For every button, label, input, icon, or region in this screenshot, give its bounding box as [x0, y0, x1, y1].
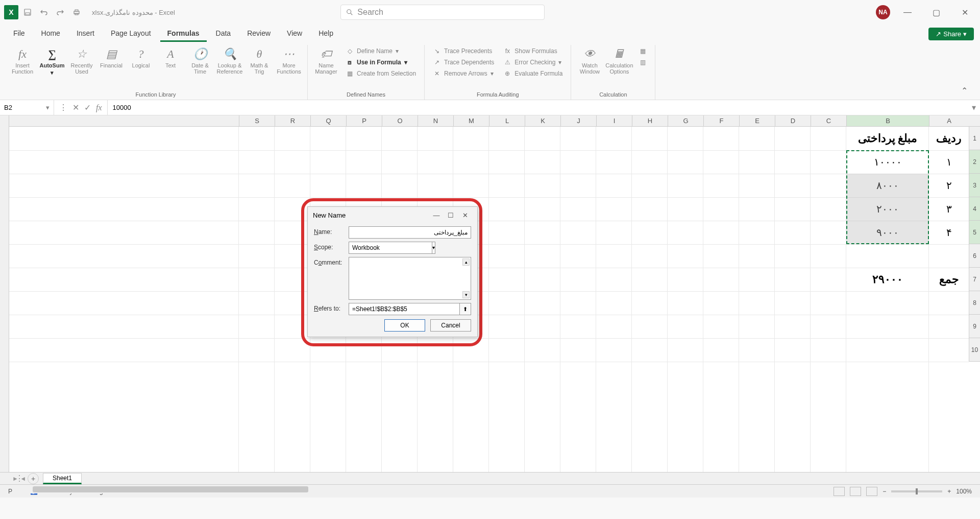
minimize-icon[interactable]: —	[896, 4, 919, 20]
zoom-slider[interactable]	[891, 490, 942, 492]
tab-review[interactable]: Review	[240, 26, 278, 42]
lookup-reference-button[interactable]: 🔍Lookup & Reference	[215, 45, 244, 77]
redo-icon[interactable]	[53, 5, 67, 19]
col-header-B[interactable]: B	[846, 115, 929, 126]
ribbon-collapse-icon[interactable]: ⌃	[953, 82, 976, 100]
page-layout-view-icon[interactable]	[850, 487, 861, 496]
more-functions-button[interactable]: ⋯More Functions	[275, 45, 303, 77]
row-header-4[interactable]: 4	[969, 197, 980, 221]
cell-A3[interactable]: ۲	[929, 174, 969, 197]
cancel-button[interactable]: Cancel	[430, 319, 471, 332]
user-avatar[interactable]: NA	[876, 5, 890, 19]
maximize-icon[interactable]: ▢	[925, 4, 947, 20]
row-header-7[interactable]: 7	[969, 268, 980, 291]
trace-dependents-button[interactable]: ↗Trace Dependents	[431, 57, 496, 67]
formula-expand-icon[interactable]: ▾	[968, 103, 980, 112]
col-header-Q[interactable]: Q	[310, 115, 346, 126]
col-header-I[interactable]: I	[596, 115, 632, 126]
calculation-options-button[interactable]: 🖩Calculation Options	[605, 45, 633, 77]
enter-formula-icon[interactable]: ✓	[82, 103, 93, 112]
error-checking-button[interactable]: ⚠Error Checking ▾	[501, 57, 565, 67]
row-header-10[interactable]: 10	[969, 338, 980, 362]
row-header-8[interactable]: 8	[969, 291, 980, 315]
col-header-A[interactable]: A	[929, 115, 969, 126]
col-header-R[interactable]: R	[275, 115, 310, 126]
save-icon[interactable]	[20, 5, 35, 19]
scope-select[interactable]	[349, 242, 432, 254]
name-manager-button[interactable]: 🏷Name Manager	[312, 45, 340, 77]
cell-A7[interactable]: جمع	[929, 268, 969, 291]
tab-file[interactable]: File	[6, 26, 32, 42]
name-input[interactable]	[349, 226, 471, 239]
name-box[interactable]: B2 ▾	[0, 100, 54, 115]
row-header-9[interactable]: 9	[969, 315, 980, 338]
fx-icon[interactable]: fx	[94, 103, 104, 112]
insert-function-button[interactable]: fxInsert Function	[8, 45, 37, 77]
remove-arrows-button[interactable]: ✕Remove Arrows ▾	[431, 68, 496, 79]
date-time-button[interactable]: 🕐Date & Time	[186, 45, 214, 77]
cancel-formula-icon[interactable]: ✕	[70, 103, 81, 112]
zoom-out-icon[interactable]: −	[883, 488, 886, 495]
horizontal-scrollbar[interactable]	[12, 485, 725, 493]
cell-B7[interactable]: ۲۹۰۰۰	[846, 268, 929, 291]
col-header-E[interactable]: E	[739, 115, 775, 126]
show-formulas-button[interactable]: fxShow Formulas	[501, 46, 565, 56]
zoom-in-icon[interactable]: +	[947, 488, 951, 495]
col-header-P[interactable]: P	[346, 115, 382, 126]
define-name-button[interactable]: ◇Define Name ▾	[344, 46, 418, 56]
cell-A1[interactable]: ردیف	[929, 127, 969, 150]
close-icon[interactable]: ✕	[953, 4, 976, 20]
col-header-L[interactable]: L	[489, 115, 525, 126]
use-in-formula-button[interactable]: ⧈Use in Formula ▾	[344, 57, 418, 67]
col-header-G[interactable]: G	[668, 115, 703, 126]
col-header-D[interactable]: D	[775, 115, 811, 126]
col-header-M[interactable]: M	[453, 115, 489, 126]
refers-to-input[interactable]	[349, 303, 460, 315]
col-header-J[interactable]: J	[560, 115, 596, 126]
autosum-button[interactable]: ∑AutoSum▾	[38, 45, 66, 78]
col-header-F[interactable]: F	[703, 115, 739, 126]
trace-precedents-button[interactable]: ↘Trace Precedents	[431, 46, 496, 56]
tab-insert[interactable]: Insert	[69, 26, 102, 42]
tab-data[interactable]: Data	[209, 26, 238, 42]
row-header-2[interactable]: 2	[969, 150, 980, 174]
formula-input[interactable]: 10000	[108, 104, 968, 111]
row-header-6[interactable]: 6	[969, 244, 980, 268]
sheet-tab-sheet1[interactable]: Sheet1	[43, 473, 82, 484]
normal-view-icon[interactable]	[834, 487, 845, 496]
tab-page-layout[interactable]: Page Layout	[104, 26, 158, 42]
calc-now-icon[interactable]: ▦	[636, 46, 649, 56]
scroll-up-icon[interactable]: ▴	[462, 258, 470, 266]
text-button[interactable]: AText	[156, 45, 185, 70]
cell-A5[interactable]: ۴	[929, 221, 969, 244]
col-header-H[interactable]: H	[632, 115, 668, 126]
math-trig-button[interactable]: θMath & Trig	[245, 45, 274, 77]
col-header-K[interactable]: K	[525, 115, 560, 126]
print-icon[interactable]	[69, 5, 84, 19]
create-from-selection-button[interactable]: ▦Create from Selection	[344, 68, 418, 79]
range-picker-icon[interactable]: ⬆	[460, 303, 471, 315]
cell-B1[interactable]: مبلغ پرداختی	[846, 127, 929, 150]
share-button[interactable]: ↗ Share ▾	[928, 28, 974, 40]
col-header-C[interactable]: C	[811, 115, 846, 126]
calc-sheet-icon[interactable]: ▥	[636, 57, 649, 67]
col-header-O[interactable]: O	[382, 115, 418, 126]
sheet-nav-arrows[interactable]: ◄ ►	[12, 475, 26, 482]
zoom-level[interactable]: 100%	[956, 488, 972, 495]
watch-window-button[interactable]: 👁Watch Window	[575, 45, 604, 77]
comment-textarea[interactable]: ▴ ▾	[349, 257, 471, 300]
dialog-minimize-icon[interactable]: —	[429, 211, 444, 219]
page-break-view-icon[interactable]	[866, 487, 877, 496]
cell-A2[interactable]: ۱	[929, 150, 969, 174]
financial-button[interactable]: ▤Financial	[97, 45, 126, 70]
col-header-N[interactable]: N	[418, 115, 453, 126]
search-box[interactable]: Search	[340, 5, 545, 20]
tab-view[interactable]: View	[280, 26, 309, 42]
dialog-maximize-icon[interactable]: ☐	[444, 211, 458, 219]
add-sheet-button[interactable]: +	[28, 473, 39, 484]
logical-button[interactable]: ?Logical	[127, 45, 155, 70]
tab-home[interactable]: Home	[34, 26, 67, 42]
vertical-scrollbar[interactable]	[0, 115, 9, 472]
row-header-1[interactable]: 1	[969, 127, 980, 150]
col-header-S[interactable]: S	[239, 115, 275, 126]
